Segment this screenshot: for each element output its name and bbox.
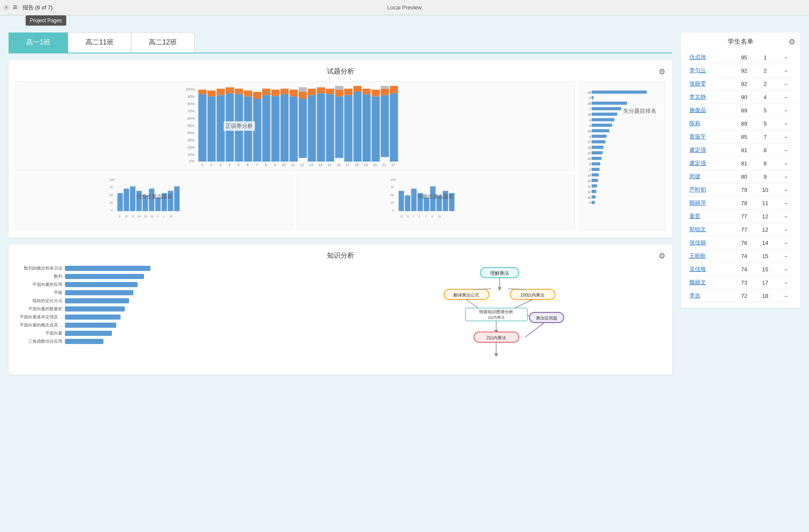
table-row: 虞定强 81 8 → — [686, 144, 795, 157]
student-name[interactable]: 张佳丽 — [686, 236, 734, 250]
student-name[interactable]: 仇贞琦 — [686, 51, 734, 64]
student-score: 78 — [734, 197, 755, 210]
svg-rect-148 — [591, 151, 603, 154]
student-score: 95 — [734, 51, 755, 64]
close-button[interactable]: × — [3, 5, 9, 11]
svg-text:24: 24 — [150, 215, 154, 218]
knowledge-header: 知识分析 ⚙ — [15, 251, 665, 260]
knowledge-analysis-card: 知识分析 ⚙ 数列的概念和表示法 数列 平面向量的应用 — [9, 244, 672, 375]
knowledge-grid: 数列的概念和表示法 数列 平面向量的应用 平移 — [15, 265, 665, 368]
student-name[interactable]: 虞定强 — [686, 157, 734, 170]
svg-text:40%: 40% — [188, 131, 195, 135]
student-arrow[interactable]: → — [776, 183, 795, 197]
student-name[interactable]: 王盼盼 — [686, 250, 734, 263]
lost-points-chart: 失分题目排名 16 3 19 — [579, 81, 665, 231]
student-name[interactable]: 顾丽萍 — [686, 197, 734, 210]
svg-rect-94 — [174, 186, 180, 211]
svg-rect-38 — [317, 93, 325, 162]
student-score: 79 — [734, 183, 755, 197]
topbar: × ≡ 报告 (6 of 7) Local Preview Project Pa… — [0, 0, 809, 15]
menu-button[interactable]: ≡ — [13, 3, 18, 12]
svg-text:12: 12 — [131, 215, 135, 218]
student-rank: 14 — [755, 236, 776, 250]
svg-text:3: 3 — [156, 215, 158, 218]
knowledge-bar-list: 数列的概念和表示法 数列 平面向量的应用 平移 — [15, 265, 338, 368]
svg-rect-49 — [362, 94, 371, 162]
svg-text:0%: 0% — [189, 159, 195, 163]
student-arrow[interactable]: → — [776, 250, 795, 263]
student-name[interactable]: 李吉 — [686, 289, 734, 303]
student-name[interactable]: 李文静 — [686, 91, 734, 104]
student-name[interactable]: 吴佳唯 — [686, 263, 734, 276]
tab-class3[interactable]: 高二12班 — [131, 32, 194, 53]
svg-rect-46 — [344, 89, 352, 95]
knowledge-gear-icon[interactable]: ⚙ — [659, 251, 665, 261]
svg-rect-156 — [591, 173, 599, 176]
student-table: 仇贞琦 95 1 → 李匀云 92 2 → 张丽雯 92 2 → 李文静 90 … — [686, 51, 795, 303]
student-name[interactable]: 魏丽文 — [686, 276, 734, 289]
student-arrow[interactable]: → — [776, 263, 795, 276]
student-arrow[interactable]: → — [776, 210, 795, 223]
svg-text:5: 5 — [238, 163, 240, 167]
student-name[interactable]: 李匀云 — [686, 64, 734, 77]
student-score: 76 — [734, 236, 755, 250]
svg-rect-41 — [326, 89, 334, 94]
svg-text:9: 9 — [589, 202, 591, 205]
student-arrow[interactable]: → — [776, 223, 795, 236]
student-arrow[interactable]: → — [776, 117, 795, 130]
student-arrow[interactable]: → — [776, 91, 795, 104]
table-row: 李文静 90 4 → — [686, 91, 795, 104]
tab-class2[interactable]: 高二11班 — [68, 32, 131, 53]
student-arrow[interactable]: → — [776, 170, 795, 183]
exam-analysis-gear-icon[interactable]: ⚙ — [659, 67, 665, 76]
student-header: 学生名单 ⚙ — [686, 38, 795, 46]
student-rank: 8 — [755, 157, 776, 170]
svg-rect-35 — [299, 87, 307, 92]
table-row: 闵捷 80 9 → — [686, 170, 795, 183]
svg-rect-36 — [308, 95, 316, 162]
student-arrow[interactable]: → — [776, 130, 795, 144]
student-arrow[interactable]: → — [776, 289, 795, 303]
table-row: 李吉 72 18 → — [686, 289, 795, 303]
student-name[interactable]: 郭锐文 — [686, 223, 734, 236]
knowledge-title: 知识分析 — [327, 251, 354, 260]
student-arrow[interactable]: → — [776, 51, 795, 64]
student-gear-icon[interactable]: ⚙ — [788, 37, 795, 47]
student-rank: 1 — [755, 51, 776, 64]
student-rank: 18 — [755, 289, 776, 303]
table-row: 陈莉 89 5 → — [686, 117, 795, 130]
svg-text:10: 10 — [588, 113, 591, 116]
student-name[interactable]: 黄振宇 — [686, 130, 734, 144]
svg-rect-138 — [591, 123, 612, 126]
student-name[interactable]: 闵捷 — [686, 170, 734, 183]
knowledge-item-6: 平面向量基本定理及… — [15, 314, 338, 320]
student-name[interactable]: 施俊晶 — [686, 104, 734, 117]
knowledge-item-2: 平面向量的应用 — [15, 282, 338, 288]
student-arrow[interactable]: → — [776, 157, 795, 170]
student-name[interactable]: 童哲 — [686, 210, 734, 223]
svg-rect-33 — [299, 99, 307, 158]
student-name[interactable]: 陈莉 — [686, 117, 734, 130]
student-name[interactable]: 虞定强 — [686, 144, 734, 157]
student-rank: 5 — [755, 117, 776, 130]
svg-text:3: 3 — [219, 163, 221, 167]
svg-text:75: 75 — [109, 185, 113, 189]
svg-rect-158 — [591, 179, 598, 182]
student-arrow[interactable]: → — [776, 197, 795, 210]
tab-class1[interactable]: 高一1班 — [9, 32, 68, 53]
student-arrow[interactable]: → — [776, 236, 795, 250]
student-rank: 2 — [755, 77, 776, 91]
student-arrow[interactable]: → — [776, 144, 795, 157]
svg-text:21: 21 — [382, 163, 386, 167]
student-name[interactable]: 张丽雯 — [686, 77, 734, 91]
student-name[interactable]: 严时初 — [686, 183, 734, 197]
student-arrow[interactable]: → — [776, 64, 795, 77]
table-row: 严时初 79 10 → — [686, 183, 795, 197]
svg-rect-51 — [371, 97, 379, 162]
student-score: 92 — [734, 64, 755, 77]
student-arrow[interactable]: → — [776, 77, 795, 91]
table-row: 李匀云 92 2 → — [686, 64, 795, 77]
student-arrow[interactable]: → — [776, 276, 795, 289]
knowledge-item-3: 平移 — [15, 290, 338, 296]
student-arrow[interactable]: → — [776, 104, 795, 117]
